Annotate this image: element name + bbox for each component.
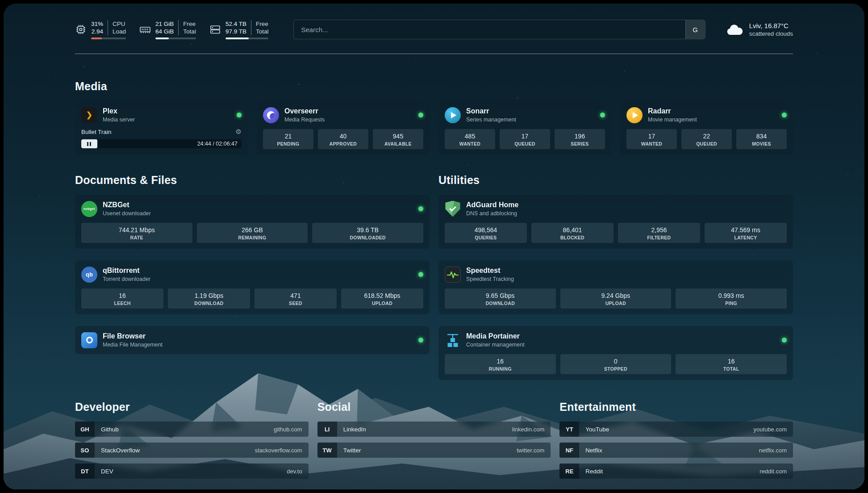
service-name: Overseerr: [284, 107, 325, 116]
stat-download: 1.19 Gbps DOWNLOAD: [168, 288, 250, 309]
stat-value: 0.993 ms: [677, 292, 785, 299]
stat-label: SEED: [256, 301, 335, 306]
bookmark-url: github.com: [274, 426, 302, 433]
sonarr-titles: Sonarr Series management: [466, 107, 516, 123]
play-glyph: [633, 112, 638, 118]
memory-readout: 21 GiB Free 64 GiB Total: [155, 20, 196, 39]
bookmark-github[interactable]: GH Github github.com: [75, 422, 309, 437]
bookmark-abbr: TW: [317, 443, 337, 458]
documents-stack: nzbget NZBGet Usenet downloader 744.21 M…: [75, 195, 430, 354]
bookmark-url: twitter.com: [517, 447, 544, 454]
stat-value: 2,956: [620, 226, 698, 234]
nzbget-titles: NZBGet Usenet downloader: [103, 201, 151, 217]
sonarr-card[interactable]: Sonarr Series management 485 WANTED 17 Q…: [438, 101, 611, 155]
portainer-icon: [445, 332, 461, 348]
qbittorrent-card[interactable]: qb qBittorrent Torrent downloader 16: [75, 260, 430, 314]
stat-label: SERIES: [556, 141, 603, 146]
section-title-media: Media: [75, 80, 793, 93]
filebrowser-icon: [81, 332, 97, 348]
sonarr-stats: 485 WANTED 17 QUEUED 196 SERIES: [445, 129, 605, 149]
service-subtitle: Speedtest Tracking: [466, 276, 514, 283]
stat-value: 16: [677, 358, 785, 365]
disk-progress-track: [225, 38, 269, 39]
speedtest-card[interactable]: Speedtest Speedtest Tracking 9.65 Gbps D…: [438, 260, 793, 314]
stat-remaining: 266 GB REMAINING: [197, 223, 308, 243]
section-title-utilities: Utilities: [438, 174, 793, 187]
bookmark-linkedin[interactable]: LI LinkedIn linkedin.com: [317, 422, 551, 437]
service-subtitle: Media File Management: [103, 341, 163, 348]
plex-progress-bar[interactable]: 24:44 / 02:06:47: [81, 139, 242, 148]
overseerr-titles: Overseerr Media Requests: [284, 107, 325, 123]
memory-widget: 21 GiB Free 64 GiB Total: [139, 20, 196, 39]
bookmark-netflix[interactable]: NF Netflix netflix.com: [559, 443, 793, 458]
stat-label: QUERIES: [447, 235, 525, 240]
service-subtitle: Movie management: [648, 116, 697, 123]
disk-total-value: 97.9 TB: [225, 28, 251, 35]
overseerr-stats: 21 PENDING 40 APPROVED 945 AVAILABLE: [263, 129, 423, 149]
middle-columns: Documents & Files nzbget NZBGet Usenet d…: [75, 155, 793, 380]
stat-label: AVAILABLE: [375, 141, 421, 146]
stat-movies: 834 MOVIES: [736, 129, 787, 149]
weather-widget: Lviv, 16.87°C scattered clouds: [725, 21, 793, 38]
stat-latency: 47.569 ms LATENCY: [705, 223, 787, 243]
stat-value: 498,564: [447, 226, 525, 234]
overseerr-icon: [263, 107, 279, 123]
bookmark-name: Netflix: [585, 447, 602, 454]
overseerr-glyph: [267, 111, 275, 119]
stat-label: LEECH: [83, 301, 162, 306]
gear-icon[interactable]: [236, 128, 242, 135]
disk-total-label: Total: [251, 28, 269, 35]
stat-pending: 21 PENDING: [263, 129, 313, 149]
qbittorrent-titles: qBittorrent Torrent downloader: [103, 266, 150, 283]
pause-icon[interactable]: [87, 142, 91, 146]
portainer-header: Media Portainer Container management: [445, 332, 787, 348]
bookmark-twitter[interactable]: TW Twitter twitter.com: [317, 443, 551, 458]
radarr-card[interactable]: Radarr Movie management 17 WANTED 22 QUE…: [620, 101, 793, 155]
bookmark-reddit[interactable]: RE Reddit reddit.com: [559, 464, 793, 479]
stat-series: 196 SERIES: [555, 129, 605, 149]
bookmark-name: LinkedIn: [343, 426, 366, 433]
status-dot: [237, 113, 242, 117]
stat-label: QUEUED: [501, 141, 548, 146]
filebrowser-card[interactable]: File Browser Media File Management: [75, 326, 430, 354]
plex-progress-fill: [81, 139, 97, 148]
bookmark-name: Twitter: [343, 447, 361, 454]
search-engine-button[interactable]: G: [685, 20, 705, 39]
stat-label: UPLOAD: [343, 301, 421, 306]
bookmarks-section: Developer GH Github github.com SO StackO…: [75, 401, 793, 479]
service-name: Speedtest: [466, 266, 514, 275]
cpu-icon: [75, 24, 87, 35]
adguard-header: AdGuard Home DNS and adblocking: [445, 201, 787, 217]
speedtest-stats: 9.65 Gbps DOWNLOAD 9.24 Gbps UPLOAD 0.99…: [445, 288, 787, 309]
bookmark-dev[interactable]: DT DEV dev.to: [75, 464, 309, 479]
stat-value: 16: [83, 292, 162, 299]
nzbget-card[interactable]: nzbget NZBGet Usenet downloader 744.21 M…: [75, 195, 430, 249]
bookmark-youtube[interactable]: YT YouTube youtube.com: [559, 422, 793, 437]
search-input[interactable]: [294, 26, 685, 33]
portainer-card[interactable]: Media Portainer Container management 16 …: [438, 326, 793, 380]
stat-upload: 618.52 Mbps UPLOAD: [341, 288, 423, 309]
stat-label: BLOCKED: [533, 235, 612, 240]
plex-titles: Plex Media server: [103, 107, 135, 123]
speedtest-icon: [445, 267, 461, 283]
portainer-titles: Media Portainer Container management: [466, 332, 525, 348]
bookmarks-title-developer: Developer: [75, 401, 309, 414]
bookmarks-entertainment: Entertainment YT YouTube youtube.com NF …: [559, 401, 793, 479]
plex-card[interactable]: Plex Media server Bullet Train 24:44 / 0…: [75, 101, 248, 155]
stat-label: FILTERED: [620, 235, 698, 240]
portainer-stats: 16 RUNNING 0 STOPPED 16 TOTAL: [445, 354, 787, 374]
bookmark-url: reddit.com: [760, 468, 787, 475]
stat-label: LATENCY: [706, 235, 785, 240]
memory-values: 21 GiB Free 64 GiB Total: [155, 20, 196, 35]
adguard-stats: 498,564 QUERIES 86,401 BLOCKED 2,956 FIL…: [445, 223, 787, 243]
stat-running: 16 RUNNING: [445, 354, 556, 374]
status-dot: [418, 113, 423, 117]
stat-value: 21: [265, 133, 312, 140]
adguard-card[interactable]: AdGuard Home DNS and adblocking 498,564 …: [438, 195, 793, 249]
stat-label: PENDING: [265, 141, 312, 146]
stat-label: REMAINING: [199, 235, 306, 240]
service-subtitle: Usenet downloader: [103, 210, 151, 217]
bookmark-stackoverflow[interactable]: SO StackOverflow stackoverflow.com: [75, 443, 309, 458]
overseerr-card[interactable]: Overseerr Media Requests 21 PENDING 40 A…: [257, 101, 430, 155]
service-subtitle: Container management: [466, 341, 525, 348]
